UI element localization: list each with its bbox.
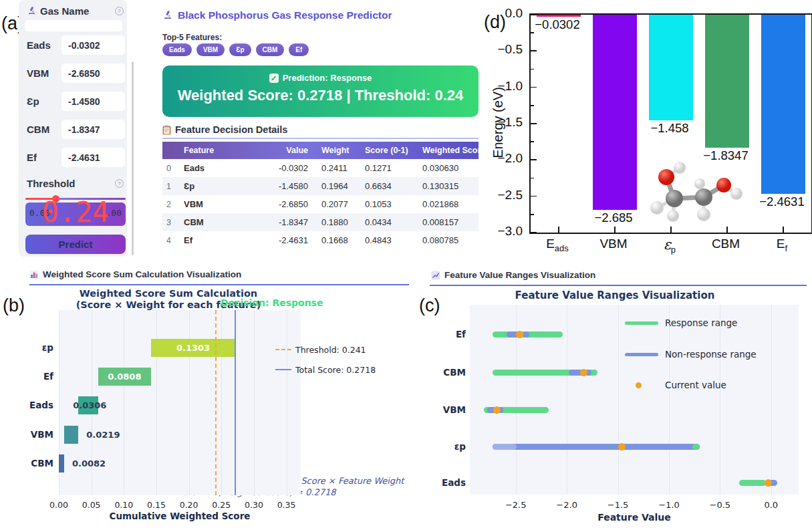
energy-bar-CBM [705, 15, 749, 148]
sidebar-scrollbar[interactable] [132, 61, 134, 255]
bar-chart-icon [29, 270, 39, 279]
panel-underline [430, 285, 807, 286]
total-score-line [235, 310, 236, 495]
table-cell: 0.4843 [361, 231, 418, 249]
table-cell: -1.8347 [259, 213, 317, 231]
weighted-score-panel-title: Weighted Score Sum Calculation Visualiza… [43, 269, 241, 279]
x-tick [726, 227, 728, 233]
y-minor-tick [531, 105, 534, 106]
x-category-label: Ef [752, 237, 812, 253]
threshold-help-icon[interactable]: ? [115, 179, 124, 188]
app-title-row: Black Phosphorus Gas Response Predictor [162, 9, 392, 21]
table-cell: 0.130315 [418, 177, 479, 195]
y-major-tick [531, 50, 537, 51]
table-cell: Ɛp [180, 177, 259, 195]
gridline [618, 305, 619, 495]
weighted-score-panel: Weighted Score Sum Calculation Visualiza… [0, 264, 428, 532]
x-category-label: εp [640, 237, 700, 255]
threshold-legend-swatch [275, 349, 291, 350]
bar-value-label: 0.0306 [73, 400, 106, 410]
y-minor-tick [531, 69, 534, 70]
gridline [720, 305, 720, 495]
legend-label: Current value [665, 380, 726, 390]
threshold-header: Threshold [27, 178, 76, 189]
microscope-icon [27, 6, 37, 16]
x-tick-label: 0.35 [272, 500, 301, 510]
legend-line-swatch [625, 321, 658, 325]
top5-features-label: Top-5 Features: [162, 33, 222, 42]
legend-label: Response range [665, 317, 737, 328]
x-tick-label: 0.10 [109, 500, 138, 510]
table-cell: 1 [162, 177, 180, 195]
gridline [567, 305, 567, 495]
energy-bar-Ef [761, 15, 805, 194]
x-tick-label: −1.0 [652, 500, 686, 510]
gas-name-help-icon[interactable]: ? [115, 7, 124, 15]
y-major-tick [531, 232, 537, 233]
eads-label: Eads [27, 39, 51, 51]
figure-label-c: (c) [419, 295, 440, 316]
ef-input[interactable] [61, 147, 126, 168]
x-tick [670, 227, 672, 233]
y-tick-label: −1.5 [484, 115, 523, 130]
gridline [669, 305, 670, 495]
feature-badge: CBM [256, 43, 285, 56]
ep-input[interactable] [61, 91, 126, 112]
waterfall-row-label: εp [12, 342, 53, 353]
table-cell: 0 [162, 159, 180, 177]
waterfall-row-label: Eads [12, 400, 53, 410]
vbm-label: VBM [27, 68, 49, 79]
y-minor-tick [531, 214, 534, 215]
x-tick-label: 0.30 [239, 500, 269, 510]
feature-badge: Ɛp [229, 43, 251, 56]
hydrogen-atom [730, 188, 742, 200]
ep-label: Ɛp [27, 96, 39, 107]
x-tick-label: −1.5 [601, 500, 635, 510]
decision-text: Decision: Response [221, 297, 304, 308]
legend-current-dot [636, 382, 642, 388]
feature-ranges-panel: (c) Feature Value Ranges Visualization F… [418, 264, 812, 532]
feature-decision-table: FeatureValueWeightScore (0-1)Weighted Sc… [162, 142, 479, 249]
table-cell: 0.0434 [361, 213, 418, 231]
hydrogen-atom [674, 162, 686, 174]
range-row-label: Ef [431, 329, 466, 340]
x-tick [783, 227, 784, 233]
table-cell: -2.4631 [259, 231, 317, 249]
table-cell: CBM [180, 213, 259, 231]
predict-button[interactable]: Predict [25, 235, 126, 254]
table-cell: -2.6850 [259, 195, 317, 213]
feature-badges: EadsVBMƐpCBMEf [162, 43, 309, 56]
range-row-label: CBM [431, 367, 466, 378]
range-segment [739, 480, 766, 486]
range-segment [692, 444, 700, 450]
x-tick-label: 0.0 [755, 500, 788, 510]
current-value-dot [765, 479, 772, 487]
cbm-label: CBM [27, 124, 49, 135]
y-tick-label: −2.5 [484, 188, 523, 203]
y-major-tick [531, 159, 537, 160]
y-tick-label: −1.0 [484, 79, 523, 94]
x-tick-label: −2.0 [550, 500, 583, 510]
bar-value-label: 0.0219 [86, 430, 120, 440]
eads-input[interactable] [61, 35, 126, 55]
bar-value-label: −2.4631 [742, 194, 812, 209]
x-category-label: VBM [583, 237, 644, 251]
column-header [162, 142, 180, 159]
table-cell: Ef [180, 231, 259, 249]
cbm-input[interactable] [61, 119, 126, 140]
table-cell: 0.1668 [317, 231, 361, 249]
panel-underline [29, 284, 409, 285]
table-cell: 0.2411 [317, 159, 361, 177]
y-major-tick [531, 14, 537, 15]
column-header: Weight [317, 142, 361, 159]
table-row: 4Ef-2.46310.16680.48430.080785 [162, 231, 479, 249]
vbm-input[interactable] [61, 63, 126, 84]
energy-bar-εp [649, 15, 693, 120]
range-row-label: εp [431, 441, 466, 452]
checked-checkbox-icon: ✓ [269, 74, 279, 83]
sidebar: Gas Name ? EadsVBMƐpCBMEf Threshold ? 0.… [19, 0, 127, 257]
gas-name-input[interactable] [24, 19, 123, 32]
x-tick-label: 0.20 [174, 500, 204, 510]
current-value-dot [516, 331, 523, 338]
y-tick-label: −2.0 [484, 151, 523, 166]
